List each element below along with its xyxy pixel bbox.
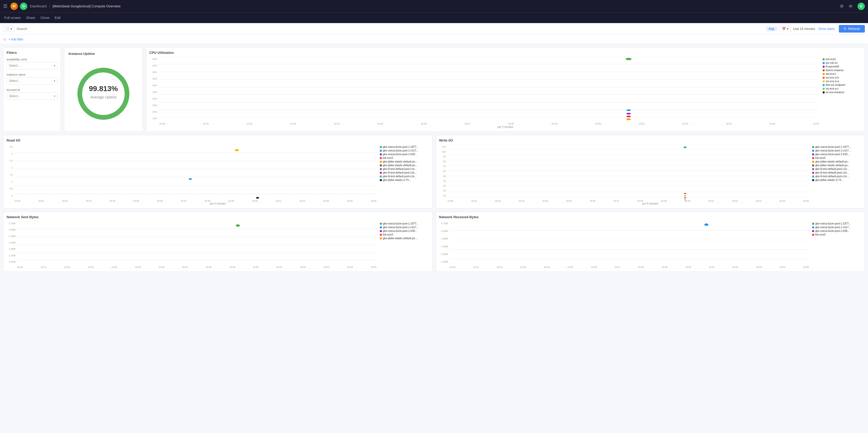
filter-group-zone: availability zone Select... [6,58,58,69]
clone-link[interactable]: Clone [40,16,49,20]
fullscreen-link[interactable]: Full screen [4,16,21,20]
read-io-legend: gke-vseca-lizzie-pool-1-1877... gke-vsec… [377,144,429,202]
svg-point-14 [626,113,631,114]
cpu-title: CPU Utilization [149,51,862,55]
legend-item: siu-ece-a-c [823,87,862,90]
read-io-per-label: per 5 minutes [6,202,429,205]
svg-point-40 [683,146,687,148]
svg-point-16 [626,118,631,120]
network-received-legend: gke-vseca-lizzie-pool-1-1877... gke-vsec… [809,221,862,268]
cpu-grid-svg [159,57,819,125]
filter-select-instance[interactable]: Select... [6,77,58,85]
share-link[interactable]: Share [26,16,35,20]
svg-point-43 [684,197,686,198]
network-sent-x-axis: 16:40 16:41 16:42 16:43 16:44 16:45 16:4… [17,266,377,268]
refresh-button[interactable]: ↻ Refresh [839,25,865,33]
uptime-subtitle: Average Uptime [90,95,117,99]
cpu-y-axis: 60% 55% 50% 45% 40% 35% 30% 25% 20% 15% [149,57,159,125]
svg-point-1 [80,70,127,117]
read-io-plot: 16:40 16:41 16:42 16:43 16:44 16:45 16:4… [14,144,377,202]
filter-label-zone: availability zone [6,58,58,61]
filter-group-account: account id Select... [6,88,58,100]
add-filter-button[interactable]: + Add filter [8,37,23,41]
read-io-x-axis: 16:40 16:41 16:42 16:43 16:44 16:45 16:4… [14,200,377,202]
calendar-toggle[interactable]: 📅 ▾ [779,26,791,32]
row-2: Read I/O 3.5 3 2.5 2 1.5 1 0.5 0 [3,135,865,208]
write-io-y-axis: 110 100 90 80 70 60 50 40 30 20 10 [439,144,447,202]
svg-point-13 [626,109,631,111]
main-content: Filters availability zone Select... inst… [0,44,868,278]
svg-point-52 [236,224,240,227]
write-io-chart-area: 110 100 90 80 70 60 50 40 30 20 10 [439,144,862,202]
cpu-legend: ted-ece2 joe-mb-ml lil-openshift favero-… [819,57,862,125]
filter-select-account[interactable]: Select... [6,92,58,100]
uptime-svg: 99.813% Average Uptime [74,65,132,123]
cpu-chart-plot: 16:40 16:41 16:42 16:43 16:44 16:45 16:4… [159,57,819,125]
uptime-value: 99.813% [89,85,118,93]
document-icon: 📄 [5,27,9,31]
logo: M [10,3,18,10]
time-label: Last 15 minutes [793,27,815,31]
filters-panel: Filters availability zone Select... inst… [3,47,61,132]
cpu-x-axis: 16:40 16:41 16:42 16:43 16:44 16:45 16:4… [159,122,819,125]
user-profile-icon[interactable]: D [858,3,865,10]
network-sent-plot: 16:40 16:41 16:42 16:43 16:44 16:45 16:4… [17,221,377,268]
search-input[interactable] [17,27,764,31]
legend-item: ted-ece1 [823,73,862,75]
network-sent-title: Network Sent Bytes [6,215,429,219]
network-received-chart-area: 5.7MB 5.2MB 4.8MB 4.3MB 3.8MB 3.3MB [439,221,862,268]
cpu-panel: CPU Utilization 60% 55% 50% 45% 40% 35% … [146,47,865,132]
breadcrumb: Dashboard / [Metricbeat Googlecloud] Com… [30,4,121,8]
second-navbar: Full screen Share Clone Edit [0,12,868,23]
filter-label-account: account id [6,88,58,91]
read-io-title: Read I/O [6,138,429,142]
read-io-svg [14,144,377,202]
write-io-legend: gke-vseca-lizzie-pool-1-1877... gke-vsec… [809,144,862,202]
row-3: Network Sent Bytes 2.7MB 2.5MB 2.3MB 2.1… [3,212,865,272]
write-io-panel: Write I/O 110 100 90 80 70 60 50 40 30 2… [436,135,865,208]
legend-item: lil-openshift [823,65,862,68]
network-received-svg [450,221,809,268]
filter-label-instance: instance name [6,73,58,76]
legend-item: tlee-w1-endpoint [823,84,862,86]
network-sent-svg [17,221,377,268]
legend-item: siu-ece-a-b [823,76,862,79]
network-received-y-axis: 5.7MB 5.2MB 4.8MB 4.3MB 3.8MB 3.3MB [439,221,450,268]
svg-point-42 [684,195,686,196]
user-avatar: D [20,3,27,10]
calendar-icon: 📅 [782,27,786,31]
legend-item: siu-ece-a-a [823,80,862,83]
write-io-title: Write I/O [439,138,862,142]
uptime-title: Instance Uptime [68,52,95,56]
mail-icon[interactable]: ✉ [849,4,852,9]
filter-bar: ⊖ + Add filter [0,35,868,44]
read-io-y-axis: 3.5 3 2.5 2 1.5 1 0.5 0 [6,144,14,202]
network-sent-chart-area: 2.7MB 2.5MB 2.3MB 2.1MB 1.9MB 1.7MB 1.6M… [6,221,429,268]
filter-icon: ⊖ [3,37,6,41]
instance-uptime-panel: Instance Uptime 99.813% Average Uptime [64,47,143,132]
read-io-chart-area: 3.5 3 2.5 2 1.5 1 0.5 0 [6,144,429,202]
filter-select-zone[interactable]: Select... [6,62,58,69]
hamburger-icon[interactable]: ☰ [3,3,7,9]
show-dates-link[interactable]: Show dates [818,27,835,31]
write-io-plot: 16:40 16:41 16:42 16:43 16:44 16:45 16:4… [447,144,809,202]
write-io-svg [447,144,809,202]
kql-badge[interactable]: KQL [766,27,777,31]
refresh-icon: ↻ [844,27,846,31]
write-io-x-axis: 16:40 16:41 16:42 16:43 16:44 16:45 16:4… [447,200,809,202]
cpu-per-label: per 5 minutes [149,125,862,128]
legend-item: favero-instance [823,69,862,72]
svg-point-15 [626,116,631,117]
settings-icon[interactable]: ⚙ [840,4,844,9]
search-toggle[interactable]: 📄 ▾ [3,26,14,32]
write-io-per-label: per 5 minutes [439,202,862,205]
svg-point-59 [704,224,708,226]
network-sent-y-axis: 2.7MB 2.5MB 2.3MB 2.1MB 1.9MB 1.7MB 1.6M… [6,221,17,268]
filter-group-instance: instance name Select... [6,73,58,85]
legend-item: ted-ece2 [823,58,862,61]
svg-point-12 [626,58,631,60]
svg-point-27 [256,197,259,199]
svg-point-25 [235,149,239,151]
page-title: [Metricbeat Googlecloud] Compute Overvie… [53,4,121,8]
edit-link[interactable]: Edit [55,16,60,20]
